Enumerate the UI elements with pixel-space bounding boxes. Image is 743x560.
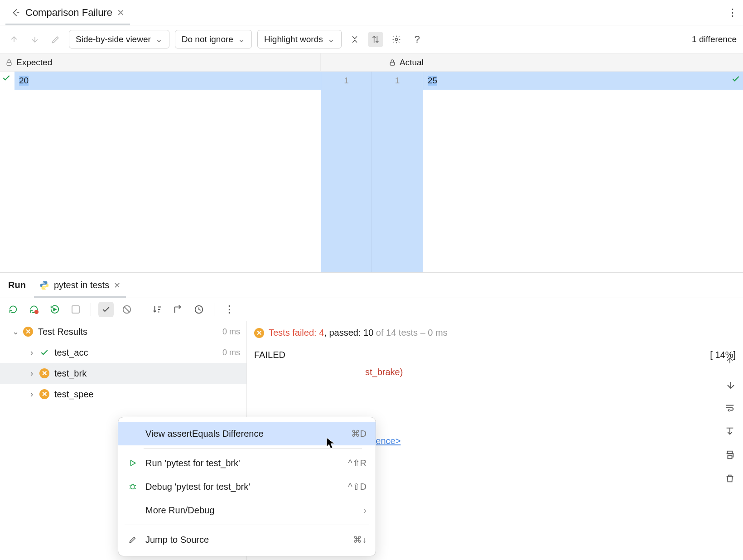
diff-line: 20	[14, 72, 321, 90]
check-icon	[2, 73, 11, 82]
kebab-icon[interactable]: ⋮	[728, 7, 738, 19]
run-toolbar: ⋮	[0, 298, 743, 321]
next-diff-button[interactable]	[27, 32, 43, 47]
toggle-autorun-button[interactable]	[47, 302, 63, 317]
dropdown-label: Highlight words	[264, 34, 323, 44]
tab-comparison-failure[interactable]: Comparison Failure ✕	[5, 0, 130, 25]
diff-count-label: 1 difference	[692, 34, 737, 44]
chevron-right-icon[interactable]: ›	[27, 369, 36, 378]
run-panel-label: Run	[4, 280, 30, 290]
ctx-shortcut: ^⇧R	[348, 458, 367, 468]
ctx-run[interactable]: Run 'pytest for test_brk' ^⇧R	[118, 451, 376, 475]
ctx-shortcut: ⌘D	[351, 428, 367, 439]
scroll-to-end-icon[interactable]	[722, 424, 738, 439]
trash-icon[interactable]	[722, 471, 738, 486]
tree-item-test-brk[interactable]: › ✕ test_brk	[0, 363, 246, 384]
ctx-label: Run 'pytest for test_brk'	[145, 458, 341, 468]
svg-point-4	[45, 288, 46, 289]
play-icon	[127, 459, 138, 467]
ctx-label: View assertEquals Difference	[145, 429, 344, 439]
diff-body: 20 1 1 25	[0, 72, 743, 273]
run-tabbar: Run pytest in tests ✕	[0, 273, 743, 298]
chevron-right-icon: ›	[363, 505, 367, 516]
ctx-label: Jump to Source	[145, 535, 346, 545]
diff-gutter: 1 1	[321, 72, 423, 272]
gear-icon[interactable]	[389, 32, 404, 47]
pencil-icon	[127, 536, 138, 544]
highlight-mode-dropdown[interactable]: Highlight words ⌄	[257, 30, 342, 48]
test-summary: ✕ Tests failed: 4, passed: 10 of 14 test…	[254, 328, 736, 338]
summary-fail: Tests failed: 4	[269, 328, 324, 338]
ctx-debug[interactable]: Debug 'pytest for test_brk' ^⇧D	[118, 475, 376, 498]
check-icon	[731, 74, 740, 83]
rerun-button[interactable]	[5, 302, 21, 317]
chevron-right-icon[interactable]: ›	[27, 390, 36, 399]
chevron-down-icon[interactable]: ⌄	[11, 327, 20, 337]
ctx-jump-to-source[interactable]: Jump to Source ⌘↓	[118, 528, 376, 551]
expected-pane-header: Expected	[0, 53, 321, 71]
soft-wrap-icon[interactable]	[722, 400, 738, 415]
summary-total: of 14 tests – 0 ms	[373, 328, 447, 338]
help-icon[interactable]: ?	[410, 32, 425, 47]
viewer-mode-dropdown[interactable]: Side-by-side viewer ⌄	[69, 30, 169, 48]
stop-button[interactable]	[68, 302, 83, 317]
dropdown-label: Do not ignore	[182, 34, 233, 44]
collapse-unchanged-icon[interactable]	[347, 32, 362, 47]
context-menu: View assertEquals Difference ⌘D Run 'pyt…	[118, 417, 376, 556]
show-passed-button[interactable]	[98, 302, 114, 317]
fail-icon: ✕	[254, 328, 264, 338]
tree-node-time: 0 ms	[222, 348, 240, 357]
expected-pane[interactable]: 20	[14, 72, 321, 272]
history-button[interactable]	[191, 302, 207, 317]
expected-label: Expected	[16, 58, 52, 68]
run-tab-title: pytest in tests	[54, 280, 109, 290]
ctx-label: Debug 'pytest for test_brk'	[145, 482, 341, 492]
console-sidebar	[722, 353, 738, 486]
ctx-view-diff[interactable]: View assertEquals Difference ⌘D	[118, 422, 376, 445]
tree-item-test-acc[interactable]: › test_acc 0 ms	[0, 342, 246, 363]
ctx-shortcut: ^⇧D	[348, 481, 367, 492]
chevron-right-icon[interactable]: ›	[27, 348, 36, 357]
tree-root[interactable]: ⌄ ✕ Test Results 0 ms	[0, 321, 246, 342]
tree-node-time: 0 ms	[222, 327, 240, 337]
console-line: st_brake)	[254, 363, 736, 381]
more-actions-button[interactable]: ⋮	[222, 302, 237, 317]
lock-icon	[389, 59, 396, 66]
actual-pane[interactable]: 25	[423, 72, 743, 272]
close-icon[interactable]: ✕	[117, 7, 125, 18]
ignore-mode-dropdown[interactable]: Do not ignore ⌄	[175, 30, 252, 48]
actual-pane-header: Actual	[321, 53, 743, 71]
svg-point-10	[131, 485, 135, 489]
edit-icon[interactable]	[48, 32, 63, 47]
svg-point-3	[43, 282, 43, 283]
prev-diff-button[interactable]	[6, 32, 22, 47]
actual-label: Actual	[400, 58, 424, 68]
rerun-failed-button[interactable]	[26, 302, 42, 317]
print-icon[interactable]	[722, 447, 738, 463]
ctx-label: More Run/Debug	[145, 505, 356, 516]
dropdown-label: Side-by-side viewer	[76, 34, 151, 44]
diff-icon	[11, 8, 21, 18]
ctx-more-run-debug[interactable]: More Run/Debug ›	[118, 498, 376, 522]
sync-scroll-icon[interactable]	[368, 32, 383, 47]
down-icon[interactable]	[722, 377, 738, 392]
diff-pane-header-row: Expected Actual	[0, 53, 743, 72]
run-tab-pytest[interactable]: pytest in tests ✕	[34, 273, 126, 298]
close-icon[interactable]: ✕	[114, 280, 121, 290]
sort-button[interactable]	[150, 302, 165, 317]
svg-rect-9	[728, 456, 732, 459]
tree-item-test-spee[interactable]: › ✕ test_spee	[0, 384, 246, 405]
diff-line: 25	[423, 72, 743, 90]
up-icon[interactable]	[722, 353, 738, 368]
fail-icon: ✕	[39, 368, 50, 379]
chevron-down-icon: ⌄	[328, 34, 335, 44]
python-icon	[39, 280, 49, 290]
right-line-number: 1	[372, 72, 423, 272]
pass-icon	[39, 347, 50, 358]
expand-all-button[interactable]	[170, 302, 186, 317]
summary-pass: , passed: 10	[324, 328, 373, 338]
svg-point-0	[395, 38, 397, 40]
expected-value: 20	[19, 76, 29, 86]
show-ignored-button[interactable]	[119, 302, 135, 317]
console-line: FAILED	[254, 346, 285, 363]
